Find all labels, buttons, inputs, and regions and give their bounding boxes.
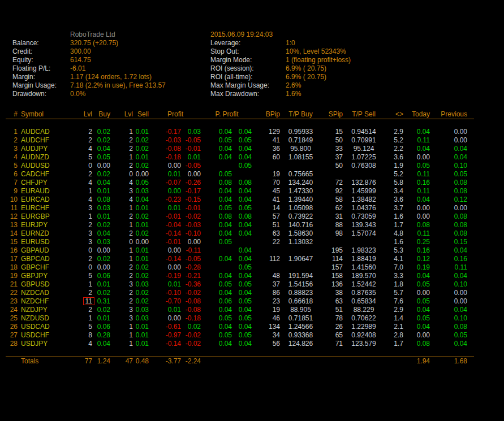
cell: 0.75665 [281,170,321,179]
cell: 0.02 [93,128,111,136]
cell: 134 [253,323,281,331]
cell: 189.570 [344,272,385,280]
cell: 1.58630 [281,229,321,238]
cell: 0.04 [202,221,233,229]
cell: 2 [54,221,93,229]
cell: 5.3 [385,246,404,255]
cell: 0.04 [202,153,233,162]
cell [202,162,233,170]
cell: 0.05 [404,297,431,306]
cell: 2 [111,297,134,306]
cell: 0.28 [93,331,111,340]
cell [202,246,233,255]
cell: 129 [253,128,281,136]
stat-label: ROI (session): [210,64,254,73]
cell: 0.11 [404,229,431,238]
cell: -0.23 [150,196,182,204]
cell: 0.02 [182,323,202,331]
cell: 0.08 [93,196,111,204]
position-row: 16GBPAUD00.0010.010.00-0.110.041951.9832… [6,246,474,255]
cell: 191.594 [281,272,321,280]
cell: NZDCAD [19,289,54,297]
cell: 0.70991 [344,136,385,145]
cell: 0.04 [233,340,253,348]
cell: -0.26 [182,179,202,187]
cell: 1 [54,280,93,289]
cell: 7 [6,179,19,187]
cell: AUDNZD [19,153,54,162]
cell: 0.04 [202,340,233,348]
position-row: 28USDJPY40.0410.01-0.14-0.020.040.045612… [6,340,474,348]
cell: 5 [54,272,93,280]
cell: -0.07 [150,179,182,187]
cell: 0.04 [134,196,150,204]
cell: 0.04 [202,323,233,331]
cell: 0.04 [233,306,253,314]
cell: 2 [54,170,93,179]
position-row: 12EURGBP10.0120.02-0.01-0.020.080.08570.… [6,212,474,221]
cell: 1 [111,246,134,255]
cell: 10 [6,196,19,204]
column-header: T/P Sell [344,110,385,119]
cell: 72 [321,179,344,187]
cell: 0.01 [150,306,182,314]
column-header: Previous [431,110,474,119]
cell [321,357,344,366]
cell: 0.02 [93,136,111,145]
cell: 0.06 [93,323,111,331]
cell: 19 [6,272,19,280]
positions-table: #SymbolLvlBuyLvlSellProfitP. ProfitBPipT… [6,110,474,366]
cell: 0.01 [93,212,111,221]
column-header: Today [404,110,431,119]
cell: 0.00 [150,263,182,272]
cell: 0.01 [93,314,111,323]
cell: 0.87635 [344,289,385,297]
cell: 0.08 [431,187,474,196]
cell: 0.08 [431,323,474,331]
cell: GBPJPY [19,272,54,280]
cell: 0.01 [150,204,182,212]
cell: 4 [111,196,134,204]
position-row: 3AUDJPY40.0420.02-0.08-0.010.040.043695.… [6,145,474,153]
cell: 0.11 [404,170,431,179]
cell: 0.48 [134,357,150,366]
cell: 4 [54,145,93,153]
account-summary: RoboTrade Ltd 2015.06.09 19:24:03 Balanc… [0,31,504,101]
cell: 0.04 [202,306,233,314]
column-header: Lvl [111,110,134,119]
cell: 0.03 [182,128,202,136]
cell: 1.6 [385,238,404,246]
cell: 60 [253,153,281,162]
cell: 33 [321,145,344,153]
cell: CHFJPY [19,179,54,187]
cell: 1 [111,323,134,331]
cell: USDCAD [19,323,54,331]
stat-label: ROI (all-time): [210,73,253,81]
cell: 0.88823 [281,289,321,297]
cell: 140.716 [281,221,321,229]
cell: 27 [6,331,19,340]
cell: 4.8 [385,229,404,238]
cell [281,162,321,170]
cell [321,170,344,179]
cell: 0.00 [404,331,431,340]
position-row: 1AUDCAD20.0210.01-0.170.030.040.041290.9… [6,128,474,136]
cell: 0.05 [404,314,431,323]
column-header: Symbol [19,110,54,119]
stat-label: Stop Out: [210,47,239,56]
cell: 71 [321,340,344,348]
cell: 0.04 [233,196,253,204]
cell: -0.18 [182,314,202,323]
position-row: 4AUDNZD50.0510.01-0.180.010.040.04601.08… [6,153,474,162]
cell: 134.240 [281,179,321,187]
cell: EURGBP [19,212,54,221]
stat-value: 7.18 (2.2% in use), Free 313.57 [70,81,166,90]
cell: -0.10 [150,289,182,297]
cell: 0 [111,238,134,246]
cell: 0.05 [202,331,233,340]
cell: 0.08 [202,179,233,187]
cell [233,170,253,179]
cell: 0.04 [233,153,253,162]
cell: 0.04 [233,221,253,229]
cell: 0.05 [404,162,431,170]
